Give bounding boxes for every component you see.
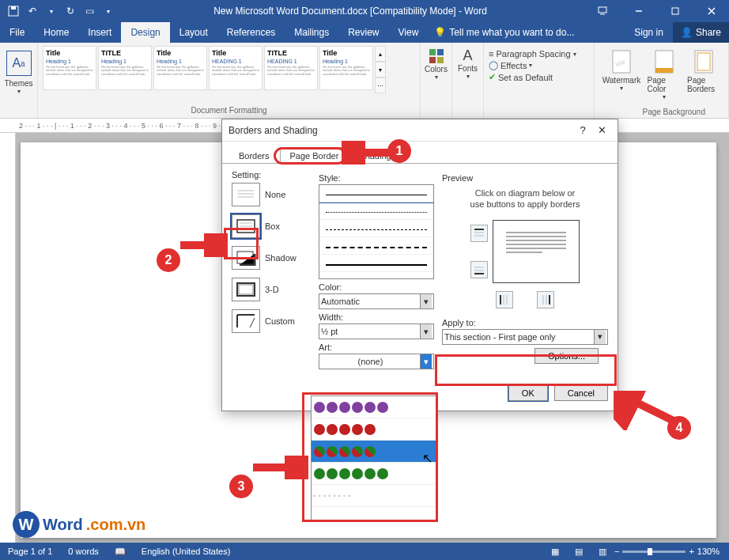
style-gallery-item[interactable]: TitleHEADING 1On the Insert tab, the gal… [209, 46, 263, 90]
setting-none[interactable]: None [232, 183, 311, 206]
setting-custom[interactable]: Custom [232, 309, 311, 333]
status-page[interactable]: Page 1 of 1 [0, 547, 60, 556]
art-dropdown-list[interactable]: ◦ ◦ ◦ ◦ ◦ ◦ ◦ ◦ [311, 395, 437, 520]
style-list[interactable] [319, 184, 434, 279]
window-title: New Microsoft Word Document.docx [Compat… [115, 6, 585, 17]
border-left-button[interactable] [496, 291, 513, 308]
watermark-icon: WM [610, 49, 633, 76]
fonts-button[interactable]: A Fonts▾ [455, 46, 481, 81]
paragraph-spacing-button[interactable]: ≡Paragraph Spacing▾ [489, 49, 576, 59]
border-right-button[interactable] [537, 291, 554, 308]
page-color-button[interactable]: Page Color▾ [644, 47, 684, 102]
paraspacing-icon: ≡ [489, 49, 493, 59]
style-gallery-item[interactable]: TitleHeading 1On the Insert tab, the gal… [43, 46, 96, 90]
zoom-level[interactable]: 130% [697, 547, 720, 556]
art-option-flowers-redgreen[interactable] [312, 441, 436, 463]
style-gallery[interactable]: TitleHeading 1On the Insert tab, the gal… [43, 46, 373, 93]
undo-icon[interactable]: ↶ [25, 4, 40, 18]
qat-dropdown-icon[interactable]: ▾ [101, 4, 115, 18]
ribbon-options-icon[interactable] [585, 0, 620, 22]
art-option-flowers-red[interactable] [312, 418, 436, 441]
zoom-out-button[interactable]: − [614, 547, 619, 556]
apply-to-select[interactable]: This section - First page only▾ [442, 329, 608, 345]
svg-rect-5 [437, 49, 444, 55]
status-language[interactable]: English (United States) [134, 547, 239, 556]
share-button[interactable]: 👤Share [673, 22, 729, 43]
tab-file[interactable]: File [0, 22, 34, 43]
art-option-leaves-green[interactable] [312, 463, 436, 485]
zoom-in-button[interactable]: + [689, 547, 693, 556]
lightbulb-icon: 💡 [434, 27, 446, 38]
apply-to-label: Apply to: [442, 318, 608, 327]
logo-watermark: W Word.com.vn [13, 511, 145, 538]
svg-rect-11 [655, 68, 673, 73]
art-option-flowers-purple[interactable] [312, 396, 436, 418]
width-label: Width: [319, 312, 434, 322]
art-option-pattern[interactable]: ◦ ◦ ◦ ◦ ◦ ◦ ◦ ◦ [312, 485, 436, 507]
tab-mailings[interactable]: Mailings [285, 22, 338, 43]
colors-icon [428, 47, 445, 65]
dialog-close-icon[interactable]: ✕ [592, 124, 611, 136]
cancel-button[interactable]: Cancel [554, 385, 608, 401]
minimize-icon[interactable] [621, 0, 656, 22]
status-proofing-icon[interactable]: 📖 [107, 547, 134, 557]
tab-review[interactable]: Review [338, 22, 388, 43]
sign-in[interactable]: Sign in [625, 22, 673, 43]
titlebar: ↶ ▾ ↻ ▭ ▾ New Microsoft Word Document.do… [0, 0, 729, 22]
vertical-ruler[interactable] [0, 133, 16, 546]
status-words[interactable]: 0 words [60, 547, 107, 556]
dialog-help-icon[interactable]: ? [573, 124, 592, 136]
save-icon[interactable] [6, 4, 21, 18]
gallery-nav[interactable]: ▴▾⋯ [375, 46, 386, 93]
tab-borders[interactable]: Borders [229, 147, 280, 164]
svg-rect-17 [239, 285, 253, 294]
view-web-layout-icon[interactable]: ▥ [591, 547, 614, 557]
preview-diagram[interactable] [493, 220, 580, 283]
setting-shadow[interactable]: Shadow [232, 246, 311, 270]
setting-3d[interactable]: 3-D [232, 278, 311, 301]
tab-insert[interactable]: Insert [78, 22, 121, 43]
tab-layout[interactable]: Layout [170, 22, 217, 43]
colors-button[interactable]: Colors▾ [421, 46, 451, 82]
tab-view[interactable]: View [389, 22, 429, 43]
themes-button[interactable]: Aa Themes▾ [0, 46, 38, 96]
chevron-down-icon: ▾ [594, 330, 606, 344]
redo-icon[interactable]: ↻ [63, 4, 77, 18]
tab-design[interactable]: Design [121, 22, 169, 43]
svg-rect-4 [429, 49, 436, 55]
undo-dropdown-icon[interactable]: ▾ [44, 4, 59, 18]
setting-box[interactable]: Box [232, 214, 311, 238]
watermark-button[interactable]: WM Watermark▾ [599, 47, 644, 93]
options-button[interactable]: Options... [534, 348, 599, 364]
tab-home[interactable]: Home [34, 22, 78, 43]
border-top-button[interactable] [470, 225, 488, 242]
border-bottom-button[interactable] [470, 261, 488, 278]
anno-circle-2: 2 [157, 248, 180, 272]
color-select[interactable]: Automatic▾ [319, 293, 434, 309]
style-gallery-item[interactable]: TITLEHEADING 1On the Insert tab, the gal… [264, 46, 318, 90]
style-gallery-item[interactable]: TITLEHeading 1On the Insert tab, the gal… [98, 46, 152, 90]
tab-references[interactable]: References [217, 22, 285, 43]
set-default-button[interactable]: ✔Set as Default [489, 72, 576, 82]
view-read-mode-icon[interactable]: ▦ [543, 547, 567, 557]
preview-label: Preview [442, 173, 608, 183]
statusbar: Page 1 of 1 0 words 📖 English (United St… [0, 543, 729, 560]
ribbon: Aa Themes▾ TitleHeading 1On the Insert t… [0, 43, 729, 119]
tab-page-border[interactable]: Page Border [280, 147, 349, 164]
style-gallery-item[interactable]: TitleHeading 1On the Insert tab, the gal… [153, 46, 207, 90]
ok-button[interactable]: OK [508, 385, 548, 401]
style-gallery-item[interactable]: TitleHeading 1On the Insert tab, the gal… [319, 46, 373, 90]
fonts-icon: A [463, 47, 473, 64]
tell-me-search[interactable]: 💡Tell me what you want to do... [428, 22, 580, 43]
width-select[interactable]: ½ pt▾ [319, 324, 434, 339]
touch-mode-icon[interactable]: ▭ [82, 4, 96, 18]
menubar: File Home Insert Design Layout Reference… [0, 22, 729, 43]
zoom-slider[interactable] [622, 551, 686, 553]
close-icon[interactable] [694, 0, 729, 22]
art-select[interactable]: (none)▾ [319, 354, 434, 369]
group-label-pagebg: Page Background [642, 106, 705, 116]
effects-button[interactable]: ◯Effects▾ [489, 60, 576, 70]
maximize-icon[interactable] [658, 0, 693, 22]
view-print-layout-icon[interactable]: ▤ [567, 547, 591, 557]
page-borders-button[interactable]: Page Borders [684, 47, 723, 95]
